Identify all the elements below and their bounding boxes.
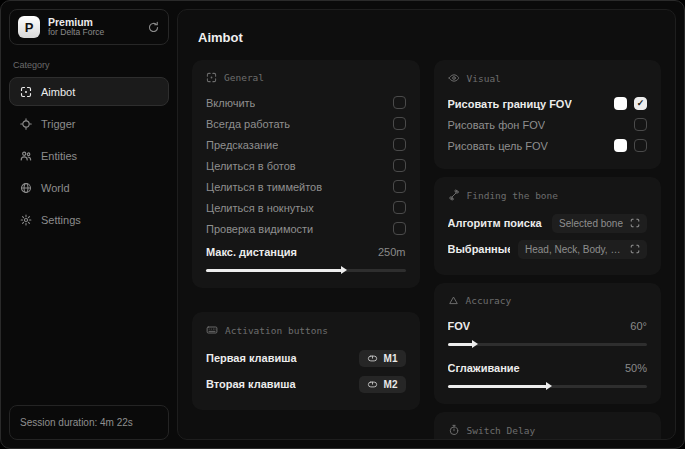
session-duration-text: Session duration: 4m 22s bbox=[20, 417, 133, 428]
expand-icon bbox=[630, 244, 640, 254]
app-window: P Premium for Delta Force Category Aimbo bbox=[0, 0, 685, 449]
sidebar-item-world[interactable]: World bbox=[9, 173, 169, 202]
checkbox-visibility-check[interactable] bbox=[393, 222, 406, 235]
toggle-label: Включить bbox=[206, 97, 255, 109]
checkbox-target-knocked[interactable] bbox=[393, 201, 406, 214]
keybind-button-first[interactable]: M1 bbox=[359, 350, 406, 367]
fov-value: 60° bbox=[630, 320, 647, 332]
panel-general: General Включить Всегда работать Предска… bbox=[192, 60, 420, 288]
main-content: Aimbot General bbox=[177, 9, 676, 440]
visual-label: Рисовать цель FOV bbox=[448, 140, 548, 152]
panel-accuracy: Accuracy FOV 60° Сглаживание 50% bbox=[434, 283, 662, 404]
sidebar-item-label: Entities bbox=[41, 150, 77, 162]
refresh-icon[interactable] bbox=[147, 21, 160, 34]
gear-icon bbox=[20, 214, 32, 226]
smoothing-label: Сглаживание bbox=[448, 362, 520, 374]
keybind-value: M2 bbox=[384, 379, 398, 390]
page-title: Aimbot bbox=[198, 30, 661, 45]
keybind-label: Первая клавиша bbox=[206, 352, 297, 364]
aimbot-icon bbox=[20, 86, 32, 98]
toggle-label: Всегда работать bbox=[206, 118, 290, 130]
triangle-icon bbox=[448, 295, 459, 306]
app-logo: P bbox=[18, 16, 40, 38]
bone-algorithm-label: Алгоритм поиска костей bbox=[448, 217, 545, 229]
checkbox-prediction[interactable] bbox=[393, 138, 406, 151]
entities-icon bbox=[20, 150, 32, 162]
sidebar-item-label: Trigger bbox=[41, 118, 75, 130]
bone-icon bbox=[448, 189, 460, 201]
toggle-label: Целиться в тиммейтов bbox=[206, 181, 322, 193]
select-value: Head, Neck, Body, Pe.. bbox=[525, 244, 623, 255]
checkbox-draw-fov-target[interactable] bbox=[634, 139, 647, 152]
timer-icon bbox=[448, 424, 460, 436]
eye-icon bbox=[448, 72, 460, 84]
crosshair-icon bbox=[206, 72, 217, 83]
panel-header-label: Activation buttons bbox=[225, 325, 328, 336]
checkbox-draw-fov-background[interactable] bbox=[634, 118, 647, 131]
sidebar-item-entities[interactable]: Entities bbox=[9, 141, 169, 170]
checkbox-always-work[interactable] bbox=[393, 117, 406, 130]
checkbox-target-teammates[interactable] bbox=[393, 180, 406, 193]
color-swatch[interactable] bbox=[614, 139, 627, 152]
world-icon bbox=[20, 182, 32, 194]
trigger-icon bbox=[20, 118, 32, 130]
toggle-label: Предсказание bbox=[206, 139, 278, 151]
expand-icon bbox=[630, 218, 640, 228]
visual-label: Рисовать границу FOV bbox=[448, 98, 572, 110]
selected-bones-label: Выбранные кости bbox=[448, 243, 511, 255]
toggle-label: Проверка видимости bbox=[206, 223, 313, 235]
keybind-button-second[interactable]: M2 bbox=[359, 376, 406, 393]
sidebar: P Premium for Delta Force Category Aimbo bbox=[9, 9, 169, 440]
toggle-label: Целиться в ботов bbox=[206, 160, 296, 172]
sidebar-item-aimbot[interactable]: Aimbot bbox=[9, 77, 169, 106]
panel-activation-buttons: Activation buttons Первая клавиша M1 bbox=[192, 312, 420, 410]
smoothing-slider[interactable] bbox=[448, 381, 648, 391]
smoothing-value: 50% bbox=[625, 362, 647, 374]
sidebar-item-label: World bbox=[41, 182, 70, 194]
keyboard-icon bbox=[206, 324, 218, 336]
keybind-label: Вторая клавиша bbox=[206, 378, 296, 390]
panel-switch-delay: Switch Delay Задержка переключения Задер… bbox=[434, 412, 662, 440]
panel-header-label: Visual bbox=[467, 73, 501, 84]
mouse-icon bbox=[367, 353, 378, 364]
panel-visual: Visual Рисовать границу FOV Рисовать фон… bbox=[434, 60, 662, 169]
fov-label: FOV bbox=[448, 320, 471, 332]
mouse-icon bbox=[367, 379, 378, 390]
sidebar-item-label: Aimbot bbox=[41, 86, 75, 98]
slider-fill bbox=[448, 343, 474, 346]
session-duration: Session duration: 4m 22s bbox=[9, 405, 169, 440]
brand-subtitle: for Delta Force bbox=[48, 28, 139, 38]
toggle-label: Целиться в нокнутых bbox=[206, 202, 314, 214]
panel-header-label: Switch Delay bbox=[467, 425, 536, 436]
panel-header-label: General bbox=[224, 72, 264, 83]
slider-value: 250m bbox=[378, 246, 406, 258]
slider-label: Макс. дистанция bbox=[206, 246, 297, 258]
visual-label: Рисовать фон FOV bbox=[448, 119, 546, 131]
checkbox-enable[interactable] bbox=[393, 96, 406, 109]
sidebar-item-label: Settings bbox=[41, 214, 81, 226]
bone-algorithm-select[interactable]: Selected bone bbox=[552, 214, 647, 233]
fov-slider[interactable] bbox=[448, 339, 648, 349]
color-swatch[interactable] bbox=[614, 97, 627, 110]
checkbox-draw-fov-border[interactable] bbox=[634, 97, 647, 110]
max-distance-slider[interactable] bbox=[206, 265, 406, 275]
selected-bones-select[interactable]: Head, Neck, Body, Pe.. bbox=[518, 240, 647, 259]
panel-finding-bone: Finding the bone Алгоритм поиска костей … bbox=[434, 177, 662, 275]
brand-card: P Premium for Delta Force bbox=[9, 9, 169, 45]
panel-header-label: Accuracy bbox=[466, 295, 512, 306]
checkbox-target-bots[interactable] bbox=[393, 159, 406, 172]
brand-text: Premium for Delta Force bbox=[48, 16, 139, 38]
slider-fill bbox=[448, 385, 548, 388]
panel-header-label: Finding the bone bbox=[467, 190, 559, 201]
sidebar-item-settings[interactable]: Settings bbox=[9, 205, 169, 234]
category-label: Category bbox=[13, 60, 165, 70]
select-value: Selected bone bbox=[559, 218, 623, 229]
slider-fill bbox=[206, 269, 342, 272]
keybind-value: M1 bbox=[384, 353, 398, 364]
sidebar-item-trigger[interactable]: Trigger bbox=[9, 109, 169, 138]
